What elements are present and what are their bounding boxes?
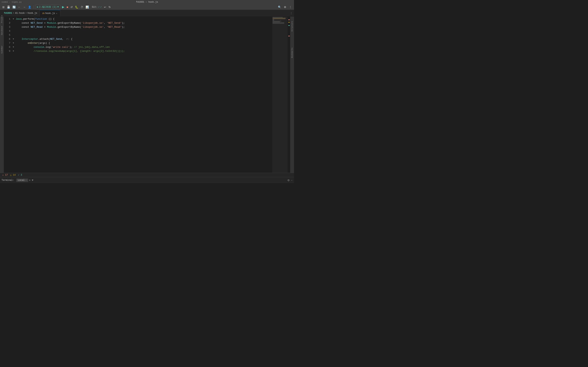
line-num-8: 8 [4,45,10,49]
terminal-tab-local-close[interactable]: × [26,179,26,181]
info-count[interactable]: ✓ 3 [18,174,22,176]
code-line-5 [15,33,272,37]
right-window-title: fd1601 – hook.js [136,1,158,3]
bookmarks-icon[interactable]: Bookmarks [291,48,293,58]
line-num-6: 6 [4,37,10,41]
terminal-settings[interactable]: ⚙ [287,179,290,182]
title-bar-left: s1003 – tcp01.py [1,1,22,3]
debug-button[interactable]: 🐛 [74,5,79,9]
fold-8[interactable]: ▼ [12,45,15,49]
coverage-button[interactable]: 📊 [85,5,90,9]
line-num-1: 1 [4,17,10,21]
fold-5 [12,33,15,37]
run-config-label: 2.端口转发 (1) [39,5,56,8]
more-button[interactable]: ⋮ [288,5,293,9]
tab-hook-js[interactable]: JS hook.js × [40,10,60,17]
fold-4 [12,29,15,33]
terminal-minimize[interactable]: − [291,179,293,182]
title-bar: s1003 – tcp01.py fd1601 – hook.js [0,0,294,4]
git-check[interactable]: ✓ [98,6,100,8]
minimap [272,17,287,173]
terminal-tab-local-label: Local [18,179,25,182]
line-num-5: 5 [4,33,10,37]
fold-3 [12,25,15,29]
terminal-tab-bar: Terminal: Local × + ▼ ⚙ − [0,177,294,183]
toolbar-icon-3[interactable]: 🔄 [12,5,17,9]
tab-bar: fd1601 > 41-hook > hook.js JS hook.js × … [0,10,294,17]
code-content[interactable]: Java.perform(function () { const NET_Sen… [15,17,272,173]
warning-count[interactable]: △ 14 [10,174,16,176]
err-mark-1 [288,19,290,20]
rerun-button[interactable]: ↺ [70,5,73,9]
line-num-7: 7 [4,41,10,45]
breadcrumb: fd1601 > 41-hook > hook.js [1,10,40,17]
profile-run-button[interactable]: ⏱ [80,5,84,9]
fold-7[interactable]: ▼ [12,41,15,45]
left-side-icons: Project Database SideBar [0,17,4,173]
tab-more[interactable]: ⋮ [290,12,293,15]
editor-area: 1 2 3 4 5 6 7 8 9 ▼ ▼ ▼ ▼ ▼ [4,17,290,173]
fold-6[interactable]: ▼ [12,37,15,41]
play-button[interactable]: ▶ [61,5,65,9]
git-tick[interactable]: ✓ [100,6,102,8]
fold-9[interactable]: ▼ [12,49,15,53]
terminal-add-button[interactable]: + [29,179,31,182]
terminal-tab-local[interactable]: Local × [16,179,28,182]
line-num-9: 9 [4,49,10,53]
code-line-1: Java.perform(function () { [15,17,272,21]
redo-button[interactable]: ↻ [108,5,112,9]
run-config[interactable]: ▶ 2.端口转发 (1) ▼ [35,5,61,9]
toolbar-icon-1[interactable]: ⊞ [1,5,5,9]
left-window-title: s1003 – tcp01.py [1,1,22,3]
code-line-7: onEnter(args) { [15,41,272,45]
sidebar-icon[interactable]: SideBar [0,48,3,51]
search-button[interactable]: 🔍 [277,5,282,9]
tab-icon: JS [42,12,44,15]
settings-button[interactable]: ⚙ [283,5,287,9]
terminal-content[interactable]: . . . . exit/quit -> Exit . . . . . . . … [0,183,294,184]
toolbar-right: 🔍 ⚙ ⋮ [277,5,293,9]
main-area: Project Database SideBar 1 2 3 4 5 6 7 8… [0,17,294,173]
tab-close-hook-js[interactable]: × [56,12,58,15]
terminal-dropdown[interactable]: ▼ [32,179,33,182]
right-panel-icons: Structure Bookmarks [290,17,294,173]
forward-button[interactable]: → [22,5,26,9]
tab-label: hook.js [45,12,55,15]
line-num-4: 4 [4,29,10,33]
code-editor: 1 2 3 4 5 6 7 8 9 ▼ ▼ ▼ ▼ ▼ [4,17,290,173]
toolbar-icon-2[interactable]: 💾 [6,5,11,9]
info-mark-1 [288,25,290,26]
editor-status-bar: ⚠ 17 △ 14 ✓ 3 [0,173,294,177]
git-label: Git: [92,6,97,8]
code-line-8: console.log('write call'); // jni,jobj,d… [15,45,272,49]
code-line-9: //console.log(hexdump(args[1], {length: … [15,49,272,53]
project-icon[interactable]: Project [0,17,3,20]
breadcrumb-folder[interactable]: 41-hook [15,12,25,15]
terminal-label: Terminal: [1,179,14,182]
breadcrumb-sep2: > [26,12,27,15]
database-icon[interactable]: Database [0,29,3,32]
err-mark-2 [288,36,290,36]
breadcrumb-file[interactable]: hook.js [27,12,37,15]
stop-button[interactable]: ■ [66,5,69,9]
back-button[interactable]: ← [17,5,21,9]
fold-1[interactable]: ▼ [12,17,15,21]
error-count[interactable]: ⚠ 17 [2,174,8,176]
undo-button[interactable]: ↩ [103,5,107,9]
toolbar: ⊞ 💾 🔄 ← → 👤 ▶ 2.端口转发 (1) ▼ ▶ ■ ↺ 🐛 ⏱ 📊 G… [0,4,294,10]
run-config-dropdown: ▼ [57,6,59,8]
warn-mark-1 [288,22,290,23]
profile-button[interactable]: 👤 [27,5,32,9]
breadcrumb-project[interactable]: fd1601 [4,12,12,15]
git-status: Git: ✓ ✓ [92,6,102,8]
structure-icon[interactable]: Structure [291,21,293,32]
run-icon: ▶ [37,6,38,8]
line-num-2: 2 [4,21,10,25]
breadcrumb-sep1: > [13,12,14,15]
line-num-3: 3 [4,25,10,29]
terminal-area: Terminal: Local × + ▼ ⚙ − . . . . exit/q… [0,177,294,184]
fold-indicators: ▼ ▼ ▼ ▼ ▼ [12,17,15,173]
editor-scrollbar[interactable] [287,17,290,173]
line-numbers: 1 2 3 4 5 6 7 8 9 [4,17,12,173]
fold-2 [12,21,15,25]
